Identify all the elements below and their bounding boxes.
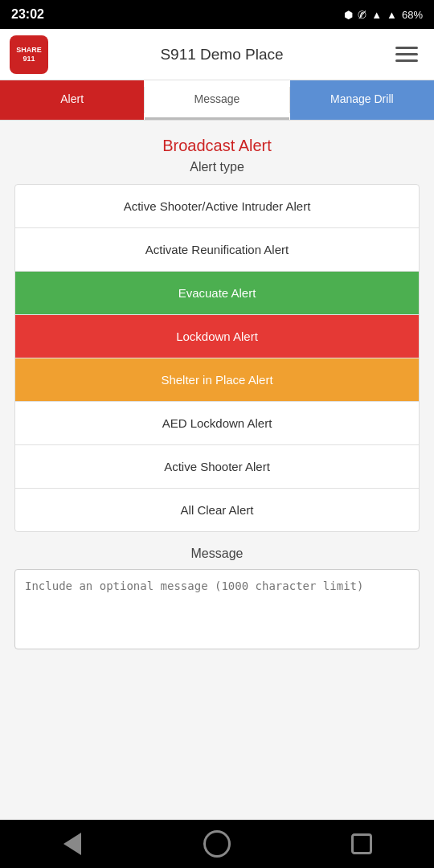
- menu-line-1: [395, 47, 418, 49]
- nav-title: S911 Demo Place: [48, 46, 395, 63]
- tab-bar: Alert Message Manage Drill: [0, 80, 434, 121]
- wifi-icon: ▲: [387, 9, 397, 21]
- message-section: Message: [14, 547, 420, 653]
- alert-item-active-shooter-intruder[interactable]: Active Shooter/Active Intruder Alert: [15, 185, 419, 228]
- alert-label-evacuate: Evacuate Alert: [178, 286, 256, 300]
- home-icon: [203, 830, 231, 858]
- alert-item-shelter[interactable]: Shelter in Place Alert: [15, 358, 419, 402]
- alert-item-aed-lockdown[interactable]: AED Lockdown Alert: [15, 402, 419, 445]
- back-icon: [63, 833, 81, 855]
- alert-item-all-clear[interactable]: All Clear Alert: [15, 489, 419, 531]
- alert-label-reunification: Activate Reunification Alert: [145, 243, 289, 256]
- app-logo: SHARE911: [10, 35, 48, 74]
- alert-item-lockdown[interactable]: Lockdown Alert: [15, 315, 419, 358]
- message-textarea[interactable]: [14, 569, 420, 649]
- alert-label-active-shooter-intruder: Active Shooter/Active Intruder Alert: [124, 199, 311, 213]
- tab-alert-label: Alert: [60, 92, 84, 105]
- home-button[interactable]: [199, 826, 235, 862]
- broadcast-title: Broadcast Alert: [0, 137, 434, 155]
- status-bar: 23:02 ⬢ ✆̸ ▲ ▲ 68%: [0, 0, 434, 29]
- alert-item-evacuate[interactable]: Evacuate Alert: [15, 272, 419, 315]
- back-button[interactable]: [55, 826, 90, 862]
- top-nav: SHARE911 S911 Demo Place: [0, 29, 434, 80]
- recents-button[interactable]: [344, 826, 379, 862]
- logo-text: SHARE911: [16, 46, 42, 63]
- status-icons: ⬢ ✆̸ ▲ ▲ 68%: [344, 9, 423, 21]
- alert-label-all-clear: All Clear Alert: [181, 503, 254, 517]
- status-time: 23:02: [11, 7, 44, 22]
- battery-icon: 68%: [402, 9, 423, 21]
- alert-label-shelter: Shelter in Place Alert: [161, 373, 272, 387]
- no-calls-icon: ✆̸: [358, 9, 366, 21]
- main-content: Broadcast Alert Alert type Active Shoote…: [0, 121, 434, 820]
- menu-line-2: [395, 53, 418, 55]
- alert-type-label: Alert type: [0, 160, 434, 174]
- tab-drill-label: Manage Drill: [330, 92, 394, 105]
- tab-message-label: Message: [194, 92, 240, 105]
- message-label: Message: [14, 547, 420, 561]
- signal-icon: ▲: [371, 9, 382, 21]
- tab-message[interactable]: Message: [145, 80, 289, 120]
- bottom-nav: [0, 820, 434, 868]
- alert-item-reunification[interactable]: Activate Reunification Alert: [15, 228, 419, 272]
- menu-line-3: [395, 59, 418, 62]
- alert-label-aed-lockdown: AED Lockdown Alert: [162, 416, 272, 430]
- alert-label-active-shooter: Active Shooter Alert: [164, 460, 270, 473]
- tab-alert[interactable]: Alert: [0, 80, 144, 120]
- alert-item-active-shooter[interactable]: Active Shooter Alert: [15, 445, 419, 489]
- tab-drill[interactable]: Manage Drill: [290, 80, 434, 120]
- alert-list: Active Shooter/Active Intruder Alert Act…: [14, 184, 420, 532]
- recents-icon: [351, 833, 372, 854]
- menu-button[interactable]: [395, 40, 424, 69]
- alert-label-lockdown: Lockdown Alert: [176, 330, 258, 343]
- bluetooth-icon: ⬢: [344, 9, 353, 21]
